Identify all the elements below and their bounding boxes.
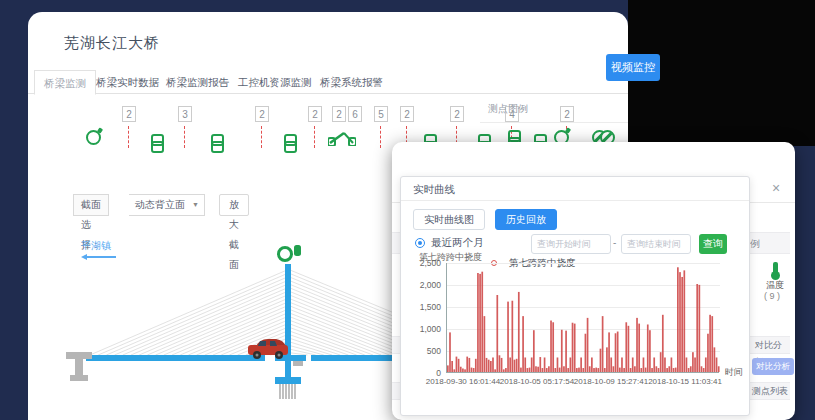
bar — [490, 361, 492, 372]
query-button[interactable]: 查询 — [699, 234, 727, 254]
bar — [643, 357, 645, 372]
sensor-count-badge[interactable]: 2 — [255, 106, 269, 122]
gauge-icon[interactable] — [86, 130, 101, 145]
tab-monitor-report[interactable]: 桥梁监测报告 — [166, 70, 229, 94]
sensor-point[interactable]: 2 — [332, 106, 346, 122]
sensor-point[interactable]: 3 — [178, 106, 192, 122]
radio-last-two-months[interactable] — [415, 238, 425, 248]
chain-icon[interactable] — [151, 134, 160, 150]
deck-support — [293, 361, 303, 366]
bar — [546, 368, 548, 372]
dashed-line — [380, 126, 381, 148]
video-monitor-button[interactable]: 视频监控 — [606, 54, 660, 81]
tab-ipc-resources[interactable]: 工控机资源监测 — [238, 70, 312, 94]
sensor-count-badge[interactable]: 6 — [348, 106, 362, 122]
bar — [503, 369, 505, 372]
sensor-count-badge[interactable]: 2 — [308, 106, 322, 122]
bar — [647, 324, 649, 372]
bar — [640, 368, 642, 372]
car — [248, 339, 288, 359]
sensor-point[interactable]: 6 — [348, 106, 362, 122]
bar — [567, 368, 569, 372]
bar — [509, 357, 511, 372]
close-icon[interactable]: × — [772, 180, 780, 196]
bar — [561, 330, 563, 372]
pylon-cap — [275, 377, 301, 384]
sensor-point[interactable]: 2 — [400, 106, 414, 122]
bar — [479, 274, 481, 372]
bar — [634, 366, 636, 372]
sensor-point[interactable]: 2 — [308, 106, 322, 122]
bar — [666, 368, 668, 372]
bar — [701, 366, 703, 372]
modal-title: 实时曲线 — [413, 183, 455, 197]
bar — [679, 272, 681, 372]
dashed-line — [261, 126, 262, 148]
x-tick-label: 2018-09-30 16:01:44 — [426, 377, 500, 386]
bar — [610, 357, 612, 372]
realtime-curve-modal: 实时曲线 实时曲线图 历史回放 最近两个月 - 查询 第七跨跨中挠度 第七跨跨中… — [400, 176, 750, 416]
sensor-point[interactable]: 2 — [450, 106, 464, 122]
chain-icon[interactable] — [211, 134, 220, 150]
sensor-point[interactable]: 2 — [255, 106, 269, 122]
bar — [615, 333, 617, 372]
sensor-count-badge[interactable]: 5 — [374, 106, 388, 122]
bearing-icon[interactable] — [328, 130, 356, 146]
bar — [638, 324, 640, 372]
bar — [576, 368, 578, 372]
bar — [486, 358, 488, 372]
left-arrow-icon — [78, 254, 116, 260]
legend-icons-row — [480, 96, 628, 130]
bar — [529, 368, 531, 372]
sensor-count-badge[interactable]: 2 — [450, 106, 464, 122]
bar — [589, 366, 591, 372]
tab-realtime-curve[interactable]: 实时曲线图 — [413, 209, 485, 230]
chain-icon[interactable] — [284, 134, 293, 150]
bar — [514, 360, 516, 372]
bar — [714, 347, 716, 372]
bar — [671, 357, 673, 372]
bar — [537, 367, 539, 372]
tab-bridge-monitor[interactable]: 桥梁监测 — [34, 70, 96, 95]
section-select[interactable]: 动态背立面 ▼ — [129, 194, 205, 216]
pylon-chain-icon — [294, 245, 301, 256]
sensor-point[interactable]: 2 — [122, 106, 136, 122]
bar — [681, 277, 683, 372]
bar — [632, 357, 634, 372]
y-tick-label: 500 — [401, 346, 441, 356]
thermometer-icon[interactable] — [773, 262, 778, 274]
dashed-line — [184, 126, 185, 148]
x-tick-label: 2018-10-15 11:03:41 — [648, 377, 722, 386]
stay-cable — [290, 310, 406, 355]
bar — [623, 368, 625, 372]
sensor-count-badge[interactable]: 3 — [178, 106, 192, 122]
bar — [705, 357, 707, 372]
bar — [464, 369, 466, 372]
sensor-count-badge[interactable]: 2 — [332, 106, 346, 122]
zoom-section-button[interactable]: 放大截面 — [219, 194, 249, 216]
sensor-count-badge[interactable]: 2 — [400, 106, 414, 122]
tab-realtime-data[interactable]: 桥梁实时数据 — [96, 70, 159, 94]
tab-system-alarm[interactable]: 桥梁系统报警 — [320, 70, 383, 94]
radio-label: 最近两个月 — [431, 236, 484, 250]
bar — [709, 315, 711, 372]
dashed-line — [128, 126, 129, 148]
bar — [462, 368, 464, 372]
end-time-input[interactable] — [621, 234, 691, 254]
bar — [692, 352, 694, 372]
sensor-count-badge[interactable]: 2 — [122, 106, 136, 122]
bar — [535, 366, 537, 372]
bar — [677, 267, 679, 372]
y-tick-label: 2,000 — [401, 280, 441, 290]
bar — [499, 355, 501, 372]
bar — [505, 368, 507, 372]
bar — [570, 357, 572, 372]
start-time-input[interactable] — [531, 234, 611, 254]
tab-history-playback[interactable]: 历史回放 — [495, 209, 557, 230]
bar — [469, 358, 471, 372]
bar — [524, 357, 526, 372]
compare-analysis-button[interactable]: 对比分析 — [752, 358, 794, 375]
bar — [550, 321, 552, 372]
bar — [645, 368, 647, 372]
sensor-point[interactable]: 5 — [374, 106, 388, 122]
